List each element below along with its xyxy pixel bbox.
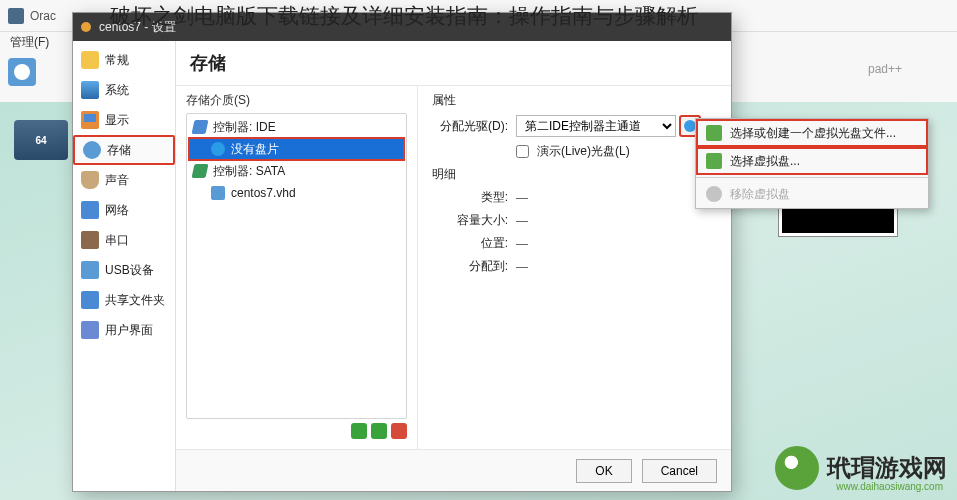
tree-controller-ide[interactable]: 控制器: IDE: [189, 116, 404, 138]
sata-controller-icon: [192, 164, 209, 178]
storage-tree-toolbar: [186, 419, 407, 443]
menu-remove-virtual-disc: 移除虚拟盘: [696, 180, 928, 208]
select-disc-icon: [706, 153, 722, 169]
sidebar-item-label: 串口: [105, 232, 129, 249]
storage-media-label: 存储介质(S): [186, 92, 407, 109]
menu-item-label: 选择虚拟盘...: [730, 153, 800, 170]
settings-main: 存储 存储介质(S) 控制器: IDE 没有盘片 控制器: SATA cento…: [176, 41, 731, 491]
storage-tree-panel: 存储介质(S) 控制器: IDE 没有盘片 控制器: SATA centos7.…: [176, 86, 418, 449]
sidebar-item-shared[interactable]: 共享文件夹: [73, 285, 175, 315]
size-label: 容量大小:: [432, 212, 516, 229]
storage-properties-panel: 属性 分配光驱(D): 第二IDE控制器主通道: [418, 86, 731, 449]
tree-row-label: 控制器: SATA: [213, 163, 285, 180]
watermark: 玳瑁游戏网 www.daihaosiwang.com: [775, 446, 947, 490]
sidebar-item-ui[interactable]: 用户界面: [73, 315, 175, 345]
location-label: 位置:: [432, 235, 516, 252]
sidebar-item-display[interactable]: 显示: [73, 105, 175, 135]
details-heading: 明细: [432, 166, 717, 183]
vm-settings-dialog: centos7 - 设置 常规 系统 显示 存储 声音 网络 串口 USB设备 …: [72, 12, 732, 492]
location-value: —: [516, 237, 717, 251]
allocated-value: —: [516, 260, 717, 274]
attributes-heading: 属性: [432, 92, 717, 109]
sidebar-item-label: 系统: [105, 82, 129, 99]
article-overlay-title: 破坏之剑电脑版下载链接及详细安装指南：操作指南与步骤解析: [110, 2, 698, 30]
menu-manage[interactable]: 管理(F): [10, 35, 49, 49]
watermark-url: www.daihaosiwang.com: [836, 481, 943, 492]
menu-separator: [696, 177, 928, 178]
size-value: —: [516, 214, 717, 228]
storage-panel: 存储介质(S) 控制器: IDE 没有盘片 控制器: SATA centos7.…: [176, 85, 731, 449]
live-cd-label: 演示(Live)光盘(L): [537, 143, 630, 160]
page-title: 存储: [176, 41, 731, 85]
sidebar-item-general[interactable]: 常规: [73, 45, 175, 75]
type-value: —: [516, 191, 717, 205]
sidebar-item-usb[interactable]: USB设备: [73, 255, 175, 285]
optical-drive-row: 分配光驱(D): 第二IDE控制器主通道: [432, 115, 717, 137]
alloc-drive-label: 分配光驱(D):: [432, 118, 516, 135]
window-control-icon[interactable]: [81, 22, 91, 32]
serial-icon: [81, 231, 99, 249]
general-icon: [81, 51, 99, 69]
sidebar-item-label: 用户界面: [105, 322, 153, 339]
sidebar-item-label: 存储: [107, 142, 131, 159]
display-icon: [81, 111, 99, 129]
sidebar-item-label: 共享文件夹: [105, 292, 165, 309]
optical-disc-icon: [211, 142, 225, 156]
virtualbox-logo-icon: [8, 8, 24, 24]
cancel-button[interactable]: Cancel: [642, 459, 717, 483]
create-disc-icon: [706, 125, 722, 141]
watermark-logo-icon: [775, 446, 819, 490]
tree-row-label: 没有盘片: [231, 141, 279, 158]
settings-gear-icon[interactable]: [8, 58, 36, 86]
add-controller-button[interactable]: [351, 423, 367, 439]
sidebar-item-label: 网络: [105, 202, 129, 219]
ui-icon: [81, 321, 99, 339]
system-icon: [81, 81, 99, 99]
network-icon: [81, 201, 99, 219]
live-cd-row: 演示(Live)光盘(L): [432, 143, 717, 160]
sidebar-item-storage[interactable]: 存储: [73, 135, 175, 165]
sidebar-item-system[interactable]: 系统: [73, 75, 175, 105]
tree-empty-disc[interactable]: 没有盘片: [189, 138, 404, 160]
menu-create-virtual-disc[interactable]: 选择或创建一个虚拟光盘文件...: [696, 119, 928, 147]
watermark-text: 玳瑁游戏网: [827, 452, 947, 484]
audio-icon: [81, 171, 99, 189]
sidebar-item-label: 常规: [105, 52, 129, 69]
settings-sidebar: 常规 系统 显示 存储 声音 网络 串口 USB设备 共享文件夹 用户界面: [73, 41, 176, 491]
add-attachment-button[interactable]: [371, 423, 387, 439]
remove-attachment-button[interactable]: [391, 423, 407, 439]
menu-item-label: 选择或创建一个虚拟光盘文件...: [730, 125, 896, 142]
sidebar-item-network[interactable]: 网络: [73, 195, 175, 225]
sidebar-item-label: USB设备: [105, 262, 154, 279]
ide-controller-icon: [192, 120, 209, 134]
sidebar-item-serial[interactable]: 串口: [73, 225, 175, 255]
sidebar-item-audio[interactable]: 声音: [73, 165, 175, 195]
parent-title: Orac: [30, 9, 56, 23]
storage-tree[interactable]: 控制器: IDE 没有盘片 控制器: SATA centos7.vhd: [186, 113, 407, 419]
live-cd-checkbox[interactable]: [516, 145, 529, 158]
background-app-label: pad++: [868, 62, 902, 76]
tree-row-label: centos7.vhd: [231, 186, 296, 200]
disc-chooser-menu: 选择或创建一个虚拟光盘文件... 选择虚拟盘... 移除虚拟盘: [695, 118, 929, 209]
tree-row-label: 控制器: IDE: [213, 119, 276, 136]
remove-disc-icon: [706, 186, 722, 202]
usb-icon: [81, 261, 99, 279]
type-label: 类型:: [432, 189, 516, 206]
shared-folder-icon: [81, 291, 99, 309]
sidebar-item-label: 声音: [105, 172, 129, 189]
storage-icon: [83, 141, 101, 159]
menu-item-label: 移除虚拟盘: [730, 186, 790, 203]
hard-disk-icon: [211, 186, 225, 200]
vm-arch-badge: 64: [35, 135, 46, 146]
sidebar-item-label: 显示: [105, 112, 129, 129]
settings-footer: OK Cancel: [176, 449, 731, 491]
ok-button[interactable]: OK: [576, 459, 631, 483]
allocated-label: 分配到:: [432, 258, 516, 275]
vm-list-item[interactable]: 64: [14, 120, 68, 160]
optical-drive-select[interactable]: 第二IDE控制器主通道: [516, 115, 676, 137]
tree-vhd-file[interactable]: centos7.vhd: [189, 182, 404, 204]
menu-select-virtual-disc[interactable]: 选择虚拟盘...: [696, 147, 928, 175]
tree-controller-sata[interactable]: 控制器: SATA: [189, 160, 404, 182]
settings-body: 常规 系统 显示 存储 声音 网络 串口 USB设备 共享文件夹 用户界面 存储…: [73, 41, 731, 491]
